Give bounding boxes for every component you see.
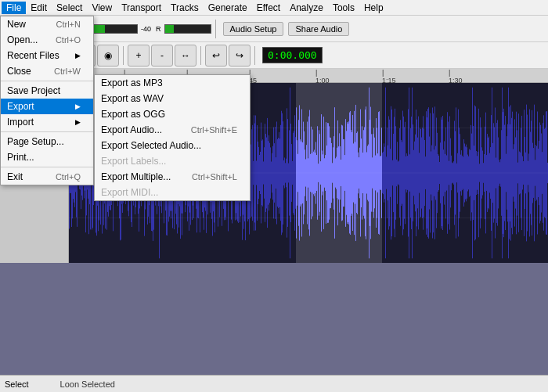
export-audio-item[interactable]: Export Audio... Ctrl+Shift+E <box>95 122 250 138</box>
export-selected-item[interactable]: Export Selected Audio... <box>95 138 250 153</box>
level-bar-r <box>164 24 211 34</box>
time-display: 0:00.000 <box>262 47 323 63</box>
export-midi-item: Export MIDI... <box>95 185 250 200</box>
level-label-r: R <box>156 25 161 33</box>
save-label: Save Project <box>7 85 60 96</box>
effect-menu[interactable]: Effect <box>252 2 285 14</box>
tools-menu[interactable]: Tools <box>328 2 359 14</box>
exit-shortcut: Ctrl+Q <box>56 172 81 182</box>
time-shift-tool-button[interactable]: ◉ <box>97 45 119 67</box>
bottom-bar: Select Loon Selected <box>0 375 548 392</box>
open-shortcut: Ctrl+O <box>56 35 81 45</box>
share-audio-button[interactable]: Share Audio <box>288 22 349 36</box>
file-menu-dropdown: New Ctrl+N Open... Ctrl+O Recent Files C… <box>0 16 94 185</box>
sep3 <box>123 46 124 65</box>
zoom-out-button[interactable]: - <box>151 45 173 67</box>
export-mp3-label: Export as MP3 <box>101 77 163 88</box>
redo-button[interactable]: ↪ <box>229 45 251 67</box>
recent-label: Recent Files <box>7 50 59 61</box>
generate-menu[interactable]: Generate <box>204 2 252 14</box>
pagesetup-label: Page Setup... <box>7 136 64 147</box>
export-ogg-item[interactable]: Export as OGG <box>95 106 250 122</box>
file-export-item[interactable]: Export <box>1 99 93 114</box>
loon-selected-label: Loon Selected <box>60 379 115 389</box>
export-audio-shortcut: Ctrl+Shift+E <box>191 125 237 135</box>
sep4 <box>200 46 201 65</box>
file-close-item[interactable]: Close Ctrl+W <box>1 63 93 79</box>
level-bar-l <box>91 24 138 34</box>
file-import-item[interactable]: Import <box>1 114 93 130</box>
sep-b <box>1 131 93 132</box>
open-label: Open... <box>7 34 38 45</box>
export-multiple-shortcut: Ctrl+Shift+L <box>192 172 237 182</box>
print-label: Print... <box>7 152 34 163</box>
new-shortcut: Ctrl+N <box>56 20 81 29</box>
export-multiple-label: Export Multiple... <box>101 171 171 182</box>
level-meter-right: R <box>156 24 211 34</box>
db-label: -40 <box>141 25 151 33</box>
file-menu[interactable]: File <box>2 2 26 14</box>
file-recent-item[interactable]: Recent Files <box>1 48 93 63</box>
export-labels-label: Export Labels... <box>101 156 166 167</box>
export-submenu: Export as MP3 Export as WAV Export as OG… <box>94 74 251 201</box>
export-labels-item: Export Labels... <box>95 153 250 169</box>
export-wav-item[interactable]: Export as WAV <box>95 91 250 106</box>
export-wav-label: Export as WAV <box>101 93 164 104</box>
export-selected-label: Export Selected Audio... <box>101 140 201 151</box>
menu-bar: File Edit Select View Transport Tracks G… <box>0 0 548 16</box>
help-menu[interactable]: Help <box>359 2 388 14</box>
export-audio-label: Export Audio... <box>101 124 162 135</box>
transport-menu[interactable]: Transport <box>117 2 166 14</box>
empty-area <box>0 263 548 375</box>
tick-130: 1:30 <box>449 69 463 85</box>
file-print-item[interactable]: Print... <box>1 149 93 165</box>
export-midi-label: Export MIDI... <box>101 187 158 198</box>
file-exit-item[interactable]: Exit Ctrl+Q <box>1 169 93 185</box>
sep5 <box>254 46 255 65</box>
fit-button[interactable]: ↔ <box>175 45 196 67</box>
export-multiple-item[interactable]: Export Multiple... Ctrl+Shift+L <box>95 169 250 185</box>
select-menu[interactable]: Select <box>52 2 87 14</box>
select-label: Select <box>5 379 29 389</box>
exit-label: Exit <box>7 171 23 182</box>
tick-115: 1:15 <box>382 69 396 85</box>
tracks-menu[interactable]: Tracks <box>166 2 204 14</box>
tick-100: 1:00 <box>315 69 330 85</box>
export-mp3-item[interactable]: Export as MP3 <box>95 75 250 91</box>
zoom-in-button[interactable]: + <box>128 45 150 67</box>
export-ogg-label: Export as OGG <box>101 109 165 120</box>
export-label: Export <box>7 101 34 112</box>
close-label: Close <box>7 66 31 77</box>
undo-button[interactable]: ↩ <box>205 45 227 67</box>
view-menu[interactable]: View <box>87 2 117 14</box>
close-shortcut: Ctrl+W <box>54 67 81 76</box>
file-save-item[interactable]: Save Project <box>1 83 93 99</box>
file-open-item[interactable]: Open... Ctrl+O <box>1 32 93 48</box>
separator2 <box>215 20 216 38</box>
sep-c <box>1 167 93 167</box>
edit-menu[interactable]: Edit <box>26 2 52 14</box>
import-label: Import <box>7 117 34 128</box>
analyze-menu[interactable]: Analyze <box>285 2 328 14</box>
sep-a <box>1 81 93 81</box>
file-pagesetup-item[interactable]: Page Setup... <box>1 134 93 149</box>
new-label: New <box>7 19 26 30</box>
audio-setup-button[interactable]: Audio Setup <box>223 22 284 36</box>
file-new-item[interactable]: New Ctrl+N <box>1 16 93 32</box>
